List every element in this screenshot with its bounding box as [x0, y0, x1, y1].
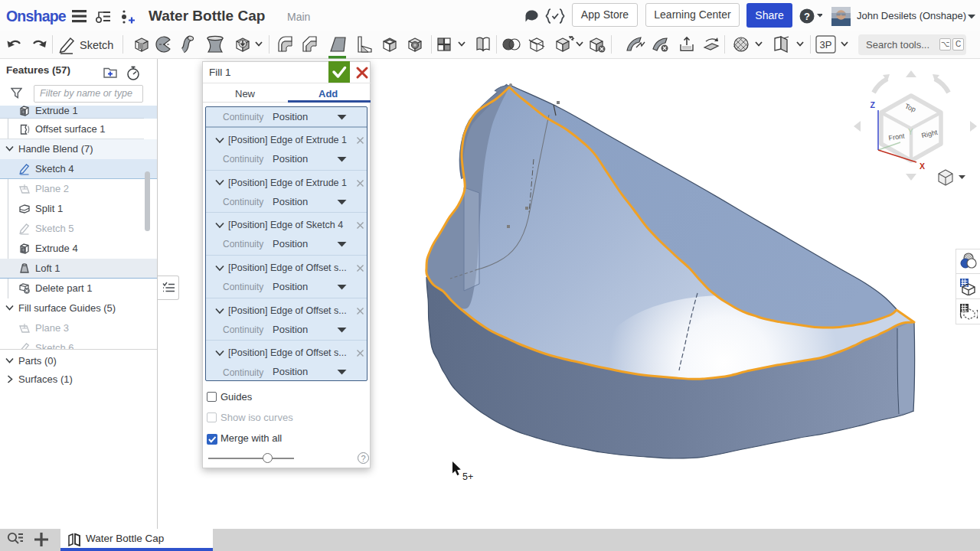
svg-text:X: X	[920, 161, 925, 171]
svg-text:?: ?	[804, 11, 810, 22]
svg-text:3P: 3P	[820, 39, 832, 51]
svg-text:Z: Z	[871, 100, 876, 109]
svg-text:Y: Y	[908, 128, 913, 136]
svg-text:5+: 5+	[462, 471, 473, 482]
